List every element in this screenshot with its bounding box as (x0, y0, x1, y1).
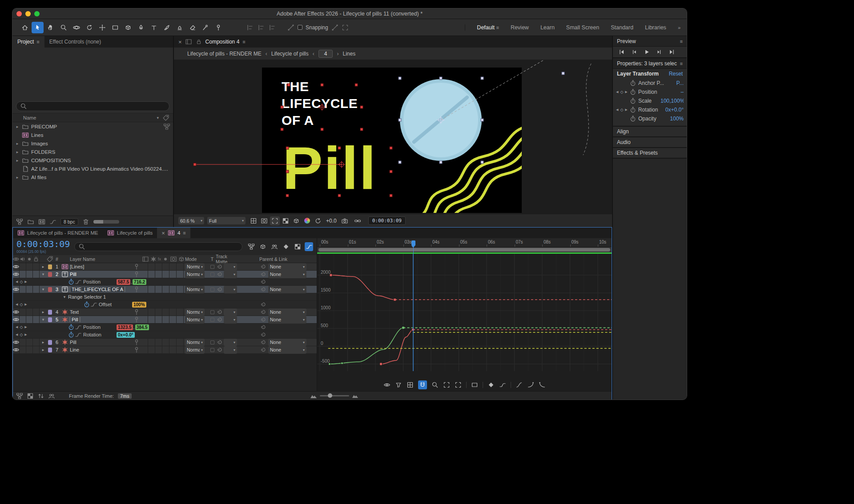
timeline-panel[interactable]: Lifecycle of pills - RENDER ME Lifecycle… (12, 227, 612, 400)
workspace-libraries[interactable]: Libraries (645, 24, 666, 31)
solo-toggle[interactable] (26, 316, 33, 323)
fit-all-button[interactable] (455, 381, 462, 388)
matte-pickwhip-icon[interactable] (216, 346, 223, 353)
lock-toggle[interactable] (33, 263, 40, 270)
mode-dropdown[interactable]: Normal▾ (185, 346, 205, 354)
motion-blur-icon[interactable] (293, 242, 302, 251)
project-search[interactable] (16, 101, 169, 111)
preserve-transparency-toggle[interactable] (210, 272, 214, 276)
layer-name[interactable]: Line (69, 347, 132, 352)
track-matte-dropdown[interactable]: ▾ (224, 339, 237, 346)
property-group-row[interactable]: ▾ Range Selector 1 (13, 293, 317, 301)
twirl-arrow[interactable]: ▾ (40, 272, 47, 276)
new-comp-icon[interactable] (38, 218, 45, 225)
project-column-header[interactable]: Name ▾ (12, 113, 173, 122)
project-item[interactable]: ▸ PRECOMP (12, 122, 173, 131)
quality-switch-icon[interactable] (133, 286, 140, 293)
property-value[interactable]: 0x+0.0° (665, 107, 684, 113)
keyframe-navigator[interactable]: ◀◇▶ (13, 301, 40, 308)
solo-toggle[interactable] (26, 263, 33, 270)
workspace-overflow-icon[interactable]: » (678, 25, 681, 30)
track-matte-dropdown[interactable]: ▾ (224, 316, 237, 324)
section-audio[interactable]: Audio (613, 137, 687, 148)
resolution-dropdown[interactable]: Full▾ (207, 217, 246, 224)
twirl-arrow[interactable]: ▸ (40, 310, 47, 314)
solo-toggle[interactable] (26, 339, 33, 346)
titlebar[interactable]: Adobe After Effects 2026 - Lifecycle of … (12, 8, 687, 19)
section-effects-presets[interactable]: Effects & Presets (613, 148, 687, 159)
mode-dropdown[interactable]: Normal▾ (185, 308, 205, 316)
prev-frame-button[interactable] (629, 48, 640, 56)
transform-box-button[interactable] (471, 381, 478, 388)
graph-editor-icon[interactable] (305, 242, 313, 251)
twirl-arrow[interactable]: ▸ (15, 150, 20, 154)
lock-toggle[interactable] (33, 271, 40, 278)
quality-switch-icon[interactable] (133, 316, 140, 323)
first-frame-button[interactable] (616, 48, 627, 56)
stopwatch-icon[interactable] (629, 115, 636, 122)
audio-toggle[interactable] (20, 339, 26, 346)
prev-keyframe-icon[interactable]: ◀ (16, 333, 18, 336)
timeline-tab[interactable]: Lifecycle of pills - RENDER ME (13, 228, 103, 238)
matte-pickwhip-icon[interactable] (216, 308, 223, 316)
frame-blend-icon[interactable] (282, 242, 290, 251)
parent-pickwhip-icon[interactable] (259, 316, 266, 323)
preserve-transparency-toggle[interactable] (210, 310, 214, 314)
solo-toggle[interactable] (26, 308, 33, 316)
twirl-arrow[interactable]: ▸ (15, 124, 20, 129)
label-color-chip[interactable] (48, 348, 52, 352)
transparency-grid-icon[interactable] (281, 216, 290, 225)
graph-toggle-icon[interactable] (75, 331, 82, 338)
parent-pickwhip-icon[interactable] (259, 286, 266, 293)
audio-toggle[interactable] (20, 346, 26, 353)
workspace-standard[interactable]: Standard (611, 24, 633, 31)
next-keyframe-icon[interactable]: ▶ (625, 90, 627, 94)
keyframe-diamond-icon[interactable]: ◇ (620, 90, 623, 94)
panel-menu-icon[interactable]: ≡ (680, 39, 683, 44)
panel-menu-icon[interactable]: ≡ (242, 39, 245, 44)
keyframe-value-chip[interactable]: 0x+0.0° (117, 332, 135, 338)
parent-dropdown[interactable]: None▾ (268, 263, 306, 271)
layer-row[interactable]: ▸ 7 Line Normal▾ ▾ None▾ (13, 346, 317, 354)
align-tool-3-icon[interactable] (269, 24, 276, 31)
matte-pickwhip-icon[interactable] (216, 316, 223, 323)
choose-grid-icon[interactable] (249, 216, 258, 225)
project-search-input[interactable] (30, 104, 165, 109)
reset-link[interactable]: Reset (669, 71, 683, 77)
matte-pickwhip-icon[interactable] (216, 286, 223, 293)
close-tab-icon[interactable]: × (161, 230, 165, 236)
graph-editor[interactable]: 00s 01s 02s 03s 04s 05s 06s 07s 08s 09s … (317, 238, 612, 391)
quality-switch-icon[interactable] (133, 339, 140, 346)
keyframe-diamond-icon[interactable]: ◇ (20, 280, 23, 284)
reset-exposure-icon[interactable] (313, 216, 323, 225)
workspace-default[interactable]: Default ≡ (477, 24, 499, 31)
stopwatch-icon[interactable] (68, 324, 75, 331)
timeline-tab[interactable]: Lifecycle of pills (103, 228, 157, 238)
twirl-arrow[interactable]: ▸ (40, 348, 47, 352)
next-keyframe-icon[interactable]: ▶ (24, 325, 27, 329)
stopwatch-icon[interactable] (83, 301, 90, 308)
expand-icon[interactable] (37, 392, 44, 400)
interpret-footage-icon[interactable] (49, 218, 56, 225)
track-matte-dropdown[interactable]: ▾ (224, 308, 237, 316)
new-folder-icon[interactable] (27, 218, 34, 225)
stopwatch-icon[interactable] (68, 278, 75, 285)
quality-switch-icon[interactable] (133, 346, 140, 353)
eye-toggle[interactable] (13, 271, 20, 278)
graph-visibility-button[interactable] (383, 381, 391, 388)
keyframe-navigator[interactable]: ◀◇▶ (13, 324, 40, 331)
property-row[interactable]: ◀◇▶ Rotation 0x+0.0° (13, 331, 317, 339)
zoom-tool-button[interactable] (57, 22, 69, 33)
layer-name[interactable]: Pill (69, 340, 132, 345)
mask-rect-tool-button[interactable] (109, 22, 121, 33)
project-item[interactable]: ▸ AI files (12, 173, 173, 181)
preserve-transparency-toggle[interactable] (210, 288, 214, 292)
tab-project[interactable]: Project ≡ (12, 36, 44, 48)
graph-toggle-icon[interactable] (90, 301, 97, 308)
auto-zoom-button[interactable] (431, 381, 439, 388)
group-name[interactable]: Range Selector 1 (68, 294, 106, 300)
prev-keyframe-icon[interactable]: ◀ (616, 90, 618, 94)
maximize-window-button[interactable] (34, 11, 40, 16)
graph-toggle-icon[interactable] (75, 324, 82, 331)
pen-tool-button[interactable] (135, 22, 147, 33)
